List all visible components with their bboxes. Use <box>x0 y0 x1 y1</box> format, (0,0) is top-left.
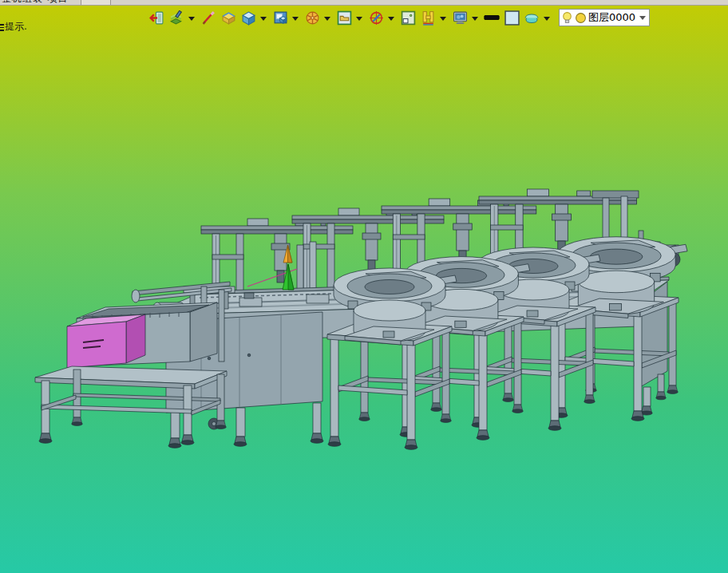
cube-window-dropdown-icon[interactable] <box>292 17 299 21</box>
corner-box-icon[interactable] <box>400 10 416 26</box>
hint-text: 提示. <box>5 20 27 34</box>
pen-layers-icon[interactable] <box>168 10 184 26</box>
pen-layers-dropdown-icon[interactable] <box>188 17 195 21</box>
h-beam-dropdown-icon[interactable] <box>440 17 446 21</box>
compass-dropdown-icon[interactable] <box>388 17 394 21</box>
material-box-icon[interactable] <box>220 10 236 26</box>
compass-icon[interactable] <box>368 10 384 26</box>
window-title-strip: 整机组装-项目 <box>0 0 728 6</box>
layer-stack-icon[interactable] <box>524 10 540 26</box>
frame-folder-dropdown-icon[interactable] <box>356 17 362 21</box>
cube-window-icon[interactable] <box>272 10 288 26</box>
exit-door-icon[interactable] <box>148 10 164 26</box>
hint-line: 提示. <box>0 20 27 34</box>
layer-label: 图层0000 <box>588 10 638 26</box>
frame-folder-icon[interactable] <box>336 10 352 26</box>
h-beam-icon[interactable] <box>420 10 436 26</box>
brush-icon[interactable] <box>200 10 216 26</box>
monitor-icon[interactable] <box>452 10 468 26</box>
segment-wheel-dropdown-icon[interactable] <box>324 17 330 21</box>
pink-tote-box[interactable] <box>67 314 145 368</box>
viewport-3d-model[interactable] <box>0 6 728 573</box>
layer-combo[interactable]: 图层0000 <box>559 9 650 26</box>
layer-stack-dropdown-icon[interactable] <box>544 17 550 21</box>
cube-dropdown-icon[interactable] <box>260 17 267 21</box>
floating-toolbar: 图层0000 <box>148 7 650 28</box>
cube-icon[interactable] <box>240 10 256 26</box>
document-tab-title: 整机组装-项目 <box>2 0 80 4</box>
line-width-icon[interactable] <box>484 10 500 26</box>
document-tab-secondary[interactable] <box>81 0 111 5</box>
clipped-glyph <box>0 23 4 31</box>
bulb-icon[interactable] <box>561 11 573 24</box>
document-tab[interactable]: 整机组装-项目 <box>2 0 80 6</box>
layer-combo-dropdown-icon[interactable] <box>639 16 646 20</box>
layer-color-dot-icon[interactable] <box>575 11 587 24</box>
monitor-dropdown-icon[interactable] <box>472 17 478 21</box>
color-swatch-icon[interactable] <box>504 10 520 26</box>
segment-wheel-icon[interactable] <box>304 10 320 26</box>
